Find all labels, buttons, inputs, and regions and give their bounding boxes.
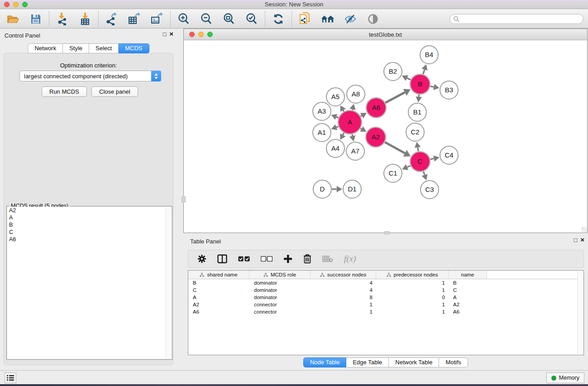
cell-shared-name: A2 <box>188 301 249 308</box>
export-image-icon[interactable] <box>150 12 164 26</box>
show-columns-icon[interactable] <box>217 253 227 264</box>
table-row[interactable]: A2connector11A2 <box>188 301 583 308</box>
cell-name: A6 <box>449 308 487 315</box>
mcds-result-box: MCDS result (5 nodes) A2ABCA6 <box>6 206 172 360</box>
edge-A-A4[interactable] <box>343 133 344 135</box>
edge-B-B4[interactable] <box>423 70 425 74</box>
column-header-MCDS-role[interactable]: MCDS role <box>249 271 311 279</box>
column-header-successor-nodes[interactable]: successor nodes <box>311 271 376 279</box>
control-panel: Control Panel □ × NetworkStyleSelectMCDS… <box>0 29 177 369</box>
edge-A6-B[interactable] <box>385 92 405 103</box>
open-file-icon[interactable] <box>6 12 20 26</box>
tab-network[interactable]: Network <box>28 43 63 53</box>
result-item-C[interactable]: C <box>7 229 172 236</box>
close-panel-icon[interactable]: × <box>169 31 173 38</box>
float-panel-icon[interactable]: □ <box>163 31 166 38</box>
export-table-icon[interactable] <box>128 12 141 26</box>
close-panel-button[interactable]: Close panel <box>91 86 138 97</box>
node-table: shared nameMCDS rolesuccessor nodesprede… <box>188 270 584 355</box>
column-header-name[interactable]: name <box>449 271 487 279</box>
cell-shared-name: C <box>188 286 249 294</box>
table-row[interactable]: Bdominator41B <box>188 279 583 286</box>
status-bar: Memory <box>0 370 588 384</box>
zoom-in-icon[interactable] <box>177 12 191 26</box>
table-row[interactable]: Adominator80A <box>188 294 583 301</box>
table-row[interactable]: A6connector11A6 <box>188 308 583 315</box>
table-row[interactable]: Cdominator41C <box>188 286 583 294</box>
column-header-predecessor-nodes[interactable]: predecessor nodes <box>376 271 449 279</box>
add-column-icon[interactable] <box>283 253 292 264</box>
edge-A-A2[interactable] <box>360 129 361 129</box>
control-panel-tabs: NetworkStyleSelectMCDS <box>0 43 177 53</box>
cell-name: C <box>449 286 487 294</box>
result-item-B[interactable]: B <box>7 221 172 229</box>
network-hscroll-thumb[interactable] <box>384 231 389 234</box>
import-network-icon[interactable] <box>56 12 69 26</box>
criterion-select[interactable]: largest connected component (directed) <box>19 71 161 81</box>
node-label-A1: A1 <box>318 129 326 136</box>
zoom-out-icon[interactable] <box>200 12 213 26</box>
main-toolbar <box>0 10 588 29</box>
result-item-A2[interactable]: A2 <box>7 207 172 214</box>
hide-panel-icon[interactable] <box>344 12 357 26</box>
save-session-icon[interactable] <box>29 12 43 26</box>
tab-select[interactable]: Select <box>89 43 119 53</box>
cell-predecessor-nodes: 0 <box>376 294 449 301</box>
edge-C-C1[interactable] <box>407 166 411 167</box>
edge-A-A7[interactable] <box>352 134 353 136</box>
cell-name: B <box>449 279 487 286</box>
table-scrollbar[interactable] <box>578 271 583 354</box>
tab-mcds[interactable]: MCDS <box>119 43 149 53</box>
table-settings-gear-icon[interactable] <box>197 253 206 264</box>
edge-A-A5[interactable] <box>343 110 344 112</box>
edge-C-C3[interactable] <box>423 172 425 175</box>
node-label-A3: A3 <box>318 107 326 115</box>
column-header-shared-name[interactable]: shared name <box>188 271 249 279</box>
network-canvas[interactable]: AA6A2BCA5A8A3A1A4A7B2B4B3B1C2C4C1C3DD1 <box>184 40 587 233</box>
tab-edge-table[interactable]: Edge Table <box>346 357 389 367</box>
result-item-A[interactable]: A <box>7 214 172 221</box>
cell-predecessor-nodes: 1 <box>376 286 449 294</box>
cell-MCDS-role: connector <box>249 301 311 308</box>
tab-style[interactable]: Style <box>63 43 89 53</box>
tab-motifs[interactable]: Motifs <box>439 357 468 367</box>
edge-A-A3[interactable] <box>336 117 339 118</box>
refresh-icon[interactable] <box>272 12 285 26</box>
control-panel-title: Control Panel <box>5 32 40 39</box>
cell-successor-nodes: 8 <box>311 294 376 301</box>
network-window-titlebar: testGlobe.txt <box>184 29 587 40</box>
edge-B-B3[interactable] <box>430 86 434 87</box>
resize-grip[interactable] <box>582 227 587 232</box>
edge-C-C2[interactable] <box>418 148 418 152</box>
home-icon[interactable] <box>321 12 335 26</box>
show-panel-icon[interactable] <box>366 12 380 26</box>
import-table-icon[interactable] <box>78 12 92 26</box>
search-input[interactable] <box>449 14 583 24</box>
result-item-A6[interactable]: A6 <box>7 236 172 243</box>
delete-column-trash-icon[interactable] <box>303 253 311 264</box>
cell-successor-nodes: 4 <box>311 279 376 286</box>
edge-B-B2[interactable] <box>407 78 411 80</box>
tab-node-table[interactable]: Node Table <box>303 357 347 367</box>
toolbar-separator <box>292 11 292 27</box>
select-all-icon[interactable] <box>238 253 250 264</box>
edge-A2-C[interactable] <box>385 142 405 153</box>
zoom-fit-icon[interactable] <box>222 12 236 26</box>
deselect-all-icon[interactable] <box>261 253 272 264</box>
search-field[interactable] <box>459 15 583 23</box>
memory-button[interactable]: Memory <box>546 372 584 383</box>
cell-predecessor-nodes: 1 <box>376 279 449 286</box>
edge-C-C4[interactable] <box>430 158 434 159</box>
close-table-panel-icon[interactable]: × <box>580 237 584 243</box>
result-scrollbar[interactable] <box>166 207 172 359</box>
task-history-button[interactable] <box>5 372 16 383</box>
network-vscroll-thumb[interactable] <box>182 196 186 202</box>
export-network-icon[interactable] <box>105 12 119 26</box>
float-table-panel-icon[interactable]: □ <box>574 237 577 243</box>
zoom-selected-icon[interactable] <box>245 12 258 26</box>
share-session-icon[interactable] <box>298 12 312 26</box>
edge-A-A1[interactable] <box>336 126 339 127</box>
run-mcds-button[interactable]: Run MCDS <box>42 86 87 97</box>
tab-network-table[interactable]: Network Table <box>389 357 439 367</box>
edge-A-A6[interactable] <box>361 115 362 116</box>
